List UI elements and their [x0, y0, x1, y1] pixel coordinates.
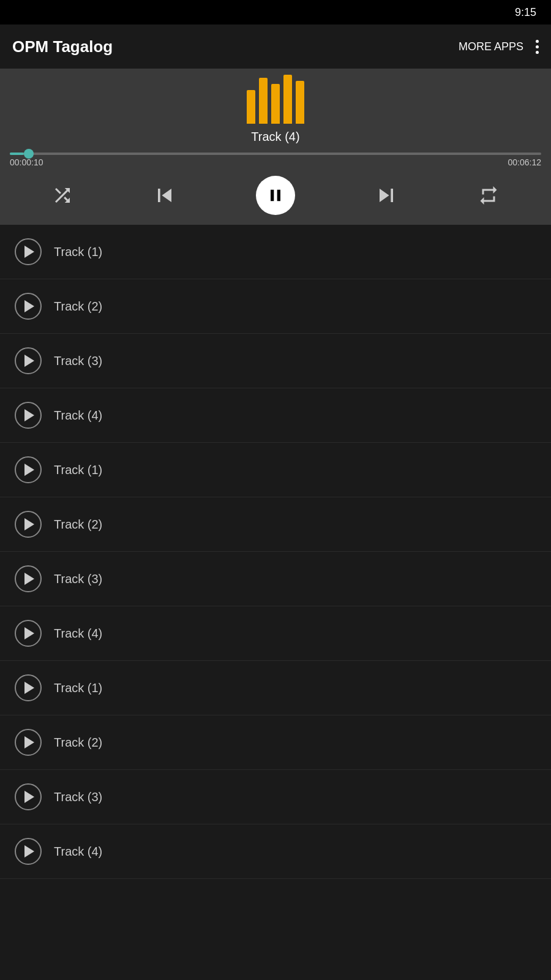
play-icon-circle: [15, 729, 42, 756]
eq-bar-4: [283, 75, 292, 124]
track-item[interactable]: Track (2): [0, 715, 551, 770]
shuffle-button[interactable]: [51, 184, 73, 206]
player-section: Track (4) 00:00:10 00:06:12: [0, 69, 551, 225]
track-name: Track (1): [54, 245, 102, 259]
progress-thumb[interactable]: [24, 149, 34, 159]
track-name: Track (1): [54, 463, 102, 477]
progress-container[interactable]: [0, 153, 551, 155]
play-triangle-icon: [24, 627, 34, 639]
eq-bar-5: [296, 81, 304, 124]
track-name: Track (3): [54, 572, 102, 586]
play-icon-circle: [15, 347, 42, 374]
track-item[interactable]: Track (1): [0, 225, 551, 279]
previous-button[interactable]: [151, 182, 178, 209]
shuffle-icon: [51, 184, 73, 206]
pause-icon: [266, 186, 285, 205]
current-track-title: Track (4): [0, 130, 551, 144]
play-icon-circle: [15, 456, 42, 483]
track-list: Track (1)Track (2)Track (3)Track (4)Trac…: [0, 225, 551, 879]
play-triangle-icon: [24, 845, 34, 858]
eq-bar-1: [247, 90, 255, 124]
play-icon-circle: [15, 838, 42, 865]
track-name: Track (2): [54, 518, 102, 532]
current-time: 00:00:10: [10, 157, 43, 167]
track-name: Track (4): [54, 409, 102, 423]
track-item[interactable]: Track (4): [0, 824, 551, 879]
play-icon-circle: [15, 674, 42, 701]
play-icon-circle: [15, 565, 42, 592]
time-row: 00:00:10 00:06:12: [0, 157, 551, 167]
play-icon-circle: [15, 620, 42, 647]
play-triangle-icon: [24, 682, 34, 694]
pause-button[interactable]: [256, 176, 295, 215]
play-triangle-icon: [24, 573, 34, 585]
menu-dot-3: [536, 51, 539, 54]
track-item[interactable]: Track (3): [0, 552, 551, 606]
app-bar: OPM Tagalog MORE APPS: [0, 24, 551, 69]
track-name: Track (4): [54, 845, 102, 859]
play-icon-circle: [15, 511, 42, 538]
eq-bar-3: [271, 84, 280, 124]
play-triangle-icon: [24, 246, 34, 258]
track-name: Track (3): [54, 354, 102, 368]
play-triangle-icon: [24, 791, 34, 803]
more-apps-button[interactable]: MORE APPS: [459, 40, 523, 53]
progress-fill: [10, 153, 24, 155]
track-name: Track (3): [54, 790, 102, 804]
track-name: Track (2): [54, 736, 102, 750]
track-item[interactable]: Track (1): [0, 661, 551, 715]
play-icon-circle: [15, 238, 42, 265]
menu-dot-1: [536, 40, 539, 43]
track-item[interactable]: Track (3): [0, 770, 551, 824]
track-item[interactable]: Track (3): [0, 334, 551, 388]
play-triangle-icon: [24, 409, 34, 421]
menu-dot-2: [536, 45, 539, 48]
progress-track[interactable]: [10, 153, 541, 155]
play-triangle-icon: [24, 464, 34, 476]
track-item[interactable]: Track (2): [0, 497, 551, 552]
status-time: 9:15: [515, 6, 536, 19]
play-icon-circle: [15, 402, 42, 429]
equalizer: [0, 81, 551, 124]
next-button[interactable]: [373, 182, 400, 209]
overflow-menu-button[interactable]: [536, 40, 539, 54]
track-item[interactable]: Track (2): [0, 279, 551, 334]
eq-bar-2: [259, 78, 268, 124]
play-icon-circle: [15, 783, 42, 810]
track-item[interactable]: Track (1): [0, 443, 551, 497]
previous-icon: [151, 182, 178, 209]
repeat-button[interactable]: [478, 184, 500, 206]
track-item[interactable]: Track (4): [0, 606, 551, 661]
play-icon-circle: [15, 293, 42, 320]
track-item[interactable]: Track (4): [0, 388, 551, 443]
player-controls: [0, 176, 551, 215]
play-triangle-icon: [24, 736, 34, 748]
play-triangle-icon: [24, 300, 34, 312]
app-title: OPM Tagalog: [12, 37, 459, 56]
track-name: Track (1): [54, 681, 102, 695]
total-time: 00:06:12: [508, 157, 542, 167]
play-triangle-icon: [24, 518, 34, 530]
next-icon: [373, 182, 400, 209]
status-bar: 9:15: [0, 0, 551, 24]
repeat-icon: [478, 184, 500, 206]
play-triangle-icon: [24, 355, 34, 367]
track-name: Track (2): [54, 300, 102, 314]
track-name: Track (4): [54, 627, 102, 641]
